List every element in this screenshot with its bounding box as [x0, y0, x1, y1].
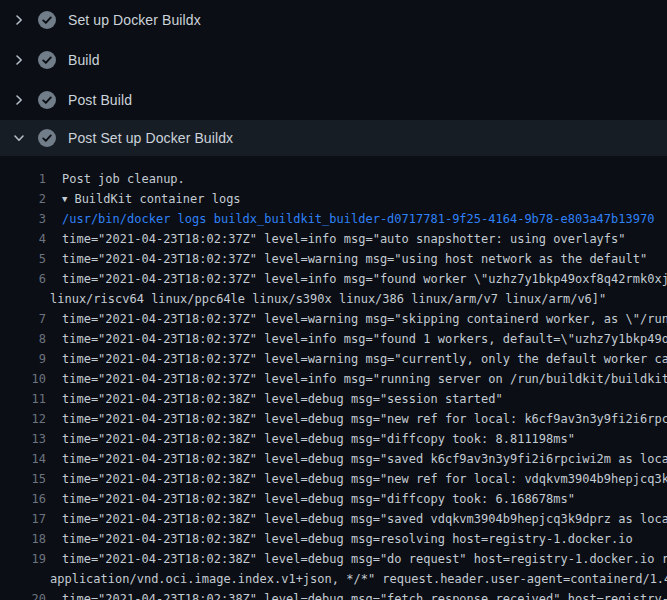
line-number[interactable]: 4 — [0, 229, 46, 249]
chevron-right-icon — [13, 14, 25, 26]
log-text: time="2021-04-23T18:02:37Z" level=warnin… — [62, 309, 667, 329]
log-line: 7 time="2021-04-23T18:02:37Z" level=warn… — [0, 309, 667, 329]
log-line: 1 Post job cleanup. — [0, 169, 667, 189]
check-circle-icon — [38, 91, 56, 109]
log-text: Post job cleanup. — [62, 169, 185, 189]
log-output: 1 Post job cleanup. 2 ▼BuildKit containe… — [0, 156, 667, 600]
log-line: 16 time="2021-04-23T18:02:38Z" level=deb… — [0, 489, 667, 509]
step-label: Post Build — [68, 92, 132, 108]
log-line: 14 time="2021-04-23T18:02:38Z" level=deb… — [0, 449, 667, 469]
chevron-right-icon — [13, 54, 25, 66]
log-text: time="2021-04-23T18:02:38Z" level=debug … — [62, 429, 575, 449]
log-text: time="2021-04-23T18:02:38Z" level=debug … — [62, 389, 503, 409]
line-number[interactable]: 7 — [0, 309, 46, 329]
line-number[interactable]: 20 — [0, 589, 46, 600]
log-text: time="2021-04-23T18:02:37Z" level=warnin… — [62, 349, 667, 369]
log-text: time="2021-04-23T18:02:38Z" level=debug … — [62, 589, 667, 600]
step-label: Set up Docker Buildx — [68, 12, 201, 28]
chevron-down-icon — [13, 132, 25, 144]
log-line: 15 time="2021-04-23T18:02:38Z" level=deb… — [0, 469, 667, 489]
log-text: ▼BuildKit container logs — [62, 189, 241, 209]
log-text: time="2021-04-23T18:02:38Z" level=debug … — [62, 529, 633, 549]
line-number[interactable]: 5 — [0, 249, 46, 269]
log-line-continuation: application/vnd.oci.image.index.v1+json,… — [0, 569, 667, 589]
line-number[interactable]: 11 — [0, 389, 46, 409]
step-header[interactable]: Set up Docker Buildx — [0, 0, 667, 40]
line-number[interactable]: 13 — [0, 429, 46, 449]
line-number[interactable]: 19 — [0, 549, 46, 569]
line-number[interactable]: 3 — [0, 209, 46, 229]
step-header[interactable]: Build — [0, 40, 667, 80]
check-circle-icon — [38, 129, 56, 147]
line-number[interactable]: 14 — [0, 449, 46, 469]
triangle-down-icon: ▼ — [62, 189, 67, 209]
log-text: linux/riscv64 linux/ppc64le linux/s390x … — [50, 289, 606, 309]
log-text: time="2021-04-23T18:02:38Z" level=debug … — [62, 409, 667, 429]
check-circle-icon — [38, 11, 56, 29]
line-number[interactable]: 1 — [0, 169, 46, 189]
line-number[interactable]: 9 — [0, 349, 46, 369]
step-header[interactable]: Post Build — [0, 80, 667, 120]
log-text: time="2021-04-23T18:02:37Z" level=info m… — [62, 369, 667, 389]
log-text: time="2021-04-23T18:02:38Z" level=debug … — [62, 449, 667, 469]
line-number[interactable]: 10 — [0, 369, 46, 389]
log-line: 10 time="2021-04-23T18:02:37Z" level=inf… — [0, 369, 667, 389]
log-line: 4 time="2021-04-23T18:02:37Z" level=info… — [0, 229, 667, 249]
log-line: 6 time="2021-04-23T18:02:37Z" level=info… — [0, 269, 667, 289]
log-line: 5 time="2021-04-23T18:02:37Z" level=warn… — [0, 249, 667, 269]
line-number[interactable]: 15 — [0, 469, 46, 489]
log-line: 12 time="2021-04-23T18:02:38Z" level=deb… — [0, 409, 667, 429]
log-text: time="2021-04-23T18:02:37Z" level=info m… — [62, 229, 626, 249]
log-text: time="2021-04-23T18:02:37Z" level=warnin… — [62, 249, 647, 269]
log-text: time="2021-04-23T18:02:38Z" level=debug … — [62, 549, 667, 569]
line-number[interactable] — [0, 289, 46, 309]
check-circle-icon — [38, 51, 56, 69]
log-text: time="2021-04-23T18:02:38Z" level=debug … — [62, 489, 575, 509]
line-number[interactable]: 2 — [0, 189, 46, 209]
log-text: time="2021-04-23T18:02:37Z" level=info m… — [62, 269, 667, 289]
step-label: Build — [68, 52, 100, 68]
log-group-toggle[interactable]: 2 ▼BuildKit container logs — [0, 189, 667, 209]
line-number[interactable]: 18 — [0, 529, 46, 549]
line-number[interactable]: 17 — [0, 509, 46, 529]
step-header[interactable]: Post Set up Docker Buildx — [0, 120, 667, 156]
log-text: time="2021-04-23T18:02:38Z" level=debug … — [62, 509, 667, 529]
log-line: 20 time="2021-04-23T18:02:38Z" level=deb… — [0, 589, 667, 600]
log-text: time="2021-04-23T18:02:37Z" level=info m… — [62, 329, 667, 349]
log-line: 3 /usr/bin/docker logs buildx_buildkit_b… — [0, 209, 667, 229]
line-number[interactable]: 16 — [0, 489, 46, 509]
log-line: 17 time="2021-04-23T18:02:38Z" level=deb… — [0, 509, 667, 529]
line-number[interactable]: 8 — [0, 329, 46, 349]
log-line: 9 time="2021-04-23T18:02:37Z" level=warn… — [0, 349, 667, 369]
log-line-continuation: linux/riscv64 linux/ppc64le linux/s390x … — [0, 289, 667, 309]
log-text: /usr/bin/docker logs buildx_buildkit_bui… — [62, 209, 654, 229]
log-line: 19 time="2021-04-23T18:02:38Z" level=deb… — [0, 549, 667, 569]
line-number[interactable]: 12 — [0, 409, 46, 429]
steps-list: Set up Docker Buildx Build P — [0, 0, 667, 156]
actions-log-viewer: Set up Docker Buildx Build P — [0, 0, 667, 600]
log-line: 13 time="2021-04-23T18:02:38Z" level=deb… — [0, 429, 667, 449]
log-line: 18 time="2021-04-23T18:02:38Z" level=deb… — [0, 529, 667, 549]
log-text: application/vnd.oci.image.index.v1+json,… — [50, 569, 667, 589]
log-line: 8 time="2021-04-23T18:02:37Z" level=info… — [0, 329, 667, 349]
step-label: Post Set up Docker Buildx — [68, 130, 233, 146]
line-number[interactable]: 6 — [0, 269, 46, 289]
log-line: 11 time="2021-04-23T18:02:38Z" level=deb… — [0, 389, 667, 409]
line-number[interactable] — [0, 569, 46, 589]
chevron-right-icon — [13, 94, 25, 106]
log-text: time="2021-04-23T18:02:38Z" level=debug … — [62, 469, 667, 489]
